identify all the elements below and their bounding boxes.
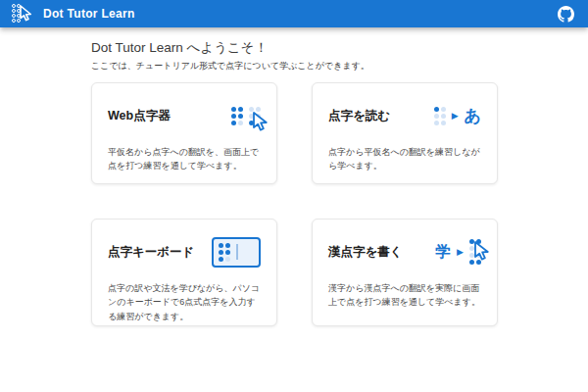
card-braille-keyboard[interactable]: 点字キーボード 点字の訳や文法を学びながら、パソコンのキーボードで6点式点字を入…	[91, 219, 277, 326]
braille-cell-icon	[219, 243, 230, 262]
card-description: 点字から平仮名への翻訳を練習しながら学べます。	[328, 145, 481, 173]
card-title: 漢点字を書く	[328, 244, 403, 261]
github-icon	[558, 6, 574, 23]
braille-input-box-icon	[212, 237, 261, 268]
card-title: 点字キーボード	[108, 244, 194, 261]
card-write-kanji-braille[interactable]: 漢点字を書く 学 ▶ 漢字から漢点字への翻訳を実際に画面上で点を打つ練習を通して…	[312, 219, 498, 326]
card-description: 漢字から漢点字への翻訳を実際に画面上で点を打つ練習を通して学べます。	[328, 281, 481, 310]
braille-cell-icon	[231, 107, 243, 125]
tutorial-card-grid: Web点字器 平仮名から点字への翻訳を、画面上で点を打つ練習を通して学べます。 …	[91, 82, 588, 326]
card-read-braille[interactable]: 点字を読む ▶ あ 点字から平仮名への翻訳を練習しながら学べます。	[312, 82, 498, 184]
app-header: Dot Tutor Learn	[0, 0, 588, 27]
text-caret-icon	[236, 244, 238, 260]
app-logo-icon	[12, 4, 33, 24]
main-content: Dot Tutor Learn へようこそ！ ここでは、チュートリアル形式で点字…	[0, 27, 588, 326]
logo-cursor-icon	[19, 5, 33, 22]
arrow-right-icon: ▶	[457, 248, 464, 257]
github-button[interactable]	[555, 3, 576, 24]
app-title: Dot Tutor Learn	[43, 7, 135, 21]
arrow-right-icon: ▶	[452, 112, 459, 121]
kanji-character: 学	[435, 242, 451, 263]
mouse-cursor-icon	[472, 241, 491, 262]
card-description: 平仮名から点字への翻訳を、画面上で点を打つ練習を通して学べます。	[108, 145, 261, 173]
kana-character: あ	[465, 105, 481, 127]
welcome-subheading: ここでは、チュートリアル形式で点字について学ぶことができます。	[91, 60, 588, 73]
braille-cell-icon	[434, 107, 446, 125]
mouse-cursor-icon	[251, 112, 270, 132]
kanji-to-braille-cursor-icon: 学 ▶	[435, 239, 481, 265]
welcome-heading: Dot Tutor Learn へようこそ！	[91, 39, 588, 57]
braille-cells-cursor-icon	[231, 107, 261, 125]
card-title: 点字を読む	[328, 108, 390, 124]
card-web-braille-writer[interactable]: Web点字器 平仮名から点字への翻訳を、画面上で点を打つ練習を通して学べます。	[91, 82, 277, 184]
card-description: 点字の訳や文法を学びながら、パソコンのキーボードで6点式点字を入力する練習ができ…	[108, 281, 261, 323]
braille-to-kana-icon: ▶ あ	[434, 105, 481, 127]
card-title: Web点字器	[108, 108, 171, 124]
